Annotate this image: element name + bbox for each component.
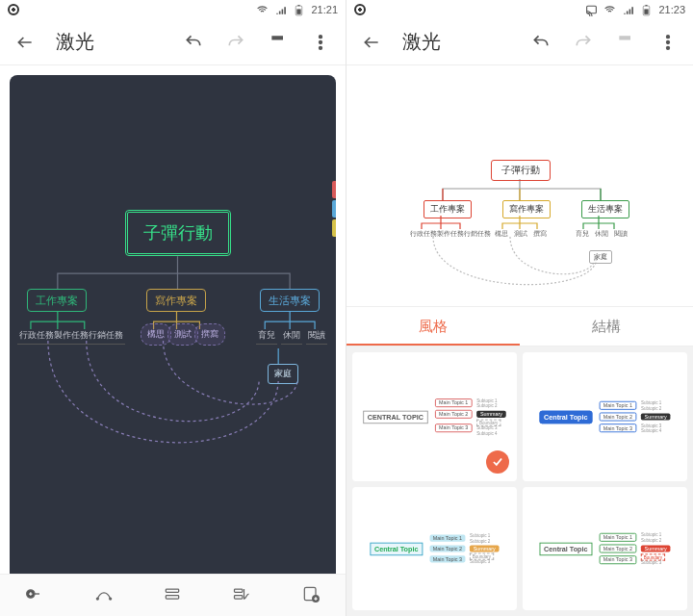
leaf-node[interactable]: 撰寫: [194, 323, 225, 346]
add-sheet-button[interactable]: [301, 584, 321, 607]
redo-button[interactable]: [217, 23, 255, 62]
format-button[interactable]: [606, 23, 645, 62]
card-topic: Main Topic 3: [599, 424, 636, 432]
outline-button[interactable]: [163, 584, 182, 607]
preview-root: 子彈行動: [491, 160, 551, 181]
leaf-node[interactable]: 休閒: [281, 329, 302, 345]
style-card[interactable]: Central Topic Main Topic 1 Subtopic 1Sub…: [523, 487, 687, 610]
leaf-node[interactable]: 育兒: [256, 329, 277, 345]
more-button[interactable]: [301, 23, 340, 62]
svg-rect-2: [298, 5, 300, 6]
app-bar: 激光: [0, 19, 346, 65]
cast-icon: [585, 4, 598, 16]
style-card[interactable]: Central Topic Main Topic 1 Subtopic 1Sub…: [352, 487, 517, 610]
card-summary: Summary: [470, 545, 499, 552]
app-title: 激光: [402, 29, 518, 55]
leaf-node[interactable]: 閱讀: [306, 329, 327, 345]
svg-rect-11: [235, 589, 243, 592]
add-relation-button[interactable]: [94, 584, 114, 607]
branch-node-1[interactable]: 工作專案: [27, 289, 87, 312]
battery-icon: [640, 4, 653, 16]
undo-button[interactable]: [522, 23, 560, 62]
branch-node-3[interactable]: 生活專案: [260, 289, 320, 312]
leaf-node[interactable]: 行銷任務: [87, 329, 125, 345]
signal-icon: [274, 4, 287, 16]
preview-branch: 寫作專案: [502, 200, 551, 218]
extra-node[interactable]: 家庭: [268, 364, 298, 384]
bottom-toolbar: [0, 574, 346, 616]
root-node[interactable]: 子彈行動: [125, 210, 231, 256]
svg-point-21: [667, 46, 670, 49]
card-topic: Main Topic 2: [599, 413, 636, 422]
leaf-node[interactable]: 行政任務: [17, 329, 56, 345]
leaf-node[interactable]: 製作任務: [52, 329, 90, 345]
svg-point-5: [320, 46, 322, 49]
card-summary: Summary: [476, 411, 505, 418]
card-summary: Summary: [641, 545, 670, 552]
svg-point-8: [109, 598, 111, 600]
card-topic: Main Topic 2: [599, 545, 636, 553]
preview-leaf: 育兒: [576, 229, 589, 239]
card-topic: Main Topic 2: [429, 545, 465, 552]
left-screenshot: 21:21 激光: [0, 0, 346, 616]
status-bar: 21:21: [0, 0, 346, 19]
card-central: Central Topic: [540, 410, 592, 424]
edge-color-tabs[interactable]: [332, 181, 336, 237]
mindmap-preview[interactable]: 子彈行動 工作專案 寫作專案 生活專案 行政任務 製作任務 行銷任務 構思 測試…: [346, 65, 693, 306]
tab-style[interactable]: 風格: [346, 307, 520, 346]
preview-leaf: 閱讀: [614, 229, 628, 239]
undo-button[interactable]: [174, 23, 213, 62]
preview-branch: 工作專案: [424, 200, 472, 218]
svg-point-4: [320, 40, 322, 43]
style-grid[interactable]: CENTRAL TOPIC Main Topic 1 Subtopic 1Sub…: [346, 346, 693, 616]
svg-rect-18: [646, 5, 648, 6]
preview-leaf: 行銷任務: [464, 229, 491, 239]
status-bar: 21:23: [346, 0, 693, 19]
card-topic: Main Topic 1: [435, 398, 473, 407]
card-topic: Main Topic 1: [599, 533, 636, 542]
signal-icon: [622, 4, 634, 16]
svg-point-7: [96, 598, 98, 600]
preview-leaf: 測試: [514, 229, 527, 239]
format-button[interactable]: [259, 23, 297, 62]
summary-button[interactable]: [232, 584, 251, 607]
redo-button[interactable]: [564, 23, 603, 62]
right-screenshot: 21:23 激光: [346, 0, 693, 616]
back-button[interactable]: [6, 23, 44, 62]
card-topic: Main Topic 2: [435, 410, 473, 419]
style-card[interactable]: CENTRAL TOPIC Main Topic 1 Subtopic 1Sub…: [352, 352, 517, 481]
aperture-icon: [8, 4, 19, 15]
svg-rect-12: [235, 595, 243, 598]
svg-point-3: [320, 35, 322, 38]
card-topic: Main Topic 3: [429, 555, 465, 562]
mindmap-canvas[interactable]: 子彈行動 工作專案 寫作專案 生活專案 行政任務 製作任務 行銷任務 構思 測試…: [10, 75, 336, 595]
more-button[interactable]: [649, 23, 687, 62]
status-time: 21:23: [658, 4, 685, 15]
battery-icon: [293, 4, 305, 16]
preview-leaf: 撰寫: [533, 229, 547, 239]
status-time: 21:21: [311, 4, 338, 15]
card-central: CENTRAL TOPIC: [363, 410, 427, 424]
card-topic: Main Topic 3: [435, 424, 473, 432]
tab-structure[interactable]: 結構: [520, 307, 693, 346]
svg-rect-1: [297, 9, 301, 13]
card-topic: Main Topic 1: [429, 535, 465, 542]
wifi-icon: [603, 4, 616, 16]
wifi-icon: [256, 4, 269, 16]
style-card[interactable]: Central Topic Main Topic 1 Subtopic 1Sub…: [523, 352, 687, 481]
card-central: Central Topic: [540, 542, 592, 555]
style-structure-tabs: 風格 結構: [346, 306, 693, 346]
preview-leaf: 行政任務: [410, 229, 437, 239]
branch-node-2[interactable]: 寫作專案: [146, 289, 206, 312]
aperture-icon: [354, 4, 366, 15]
app-bar: 激光: [346, 19, 693, 65]
svg-rect-15: [587, 6, 597, 13]
back-button[interactable]: [352, 23, 391, 62]
preview-leaf: 構思: [495, 229, 508, 239]
preview-connectors: [346, 65, 693, 306]
svg-rect-9: [167, 589, 179, 592]
preview-branch: 生活專案: [581, 200, 629, 218]
add-node-button[interactable]: [25, 584, 44, 607]
app-title: 激光: [56, 29, 170, 55]
selected-check-icon: [486, 450, 509, 474]
